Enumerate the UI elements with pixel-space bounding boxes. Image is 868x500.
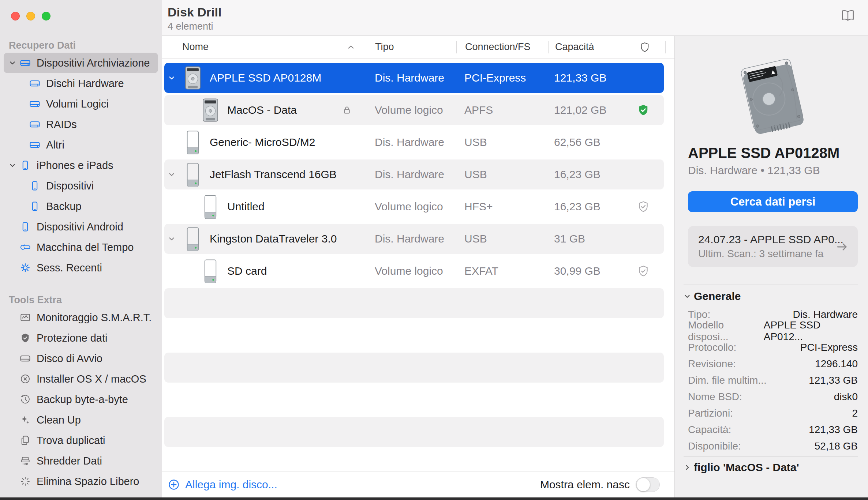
shield-check-outline-icon bbox=[637, 265, 650, 277]
detail-value: disk0 bbox=[834, 391, 858, 403]
detail-label: Dim. file multim... bbox=[688, 375, 767, 386]
sidebar-item-sess-recenti[interactable]: Sess. Recenti bbox=[4, 257, 158, 278]
table-row-untitled[interactable]: Untitled Volume logico HFS+ 16,23 GB bbox=[164, 192, 664, 222]
sidebar-item-label: Disco di Avvio bbox=[37, 353, 102, 365]
cell-connection: APFS bbox=[456, 104, 547, 116]
toggle-knob bbox=[637, 478, 650, 491]
cell-type: Volume logico bbox=[366, 104, 456, 116]
column-header-nome[interactable]: Nome bbox=[162, 36, 366, 58]
section-header-tools-extra: Tools Extra bbox=[0, 293, 162, 307]
sidebar-item-protezione-dati[interactable]: Protezione dati bbox=[4, 328, 158, 348]
device-browser: Nome Tipo Connection/FS Capacità bbox=[162, 36, 674, 497]
external-drive-icon bbox=[29, 78, 40, 89]
chevron-right-icon bbox=[683, 463, 692, 472]
table-row-macos-data[interactable]: MacOS - Data Volume logico APFS 121,02 G… bbox=[164, 95, 664, 125]
device-name: SD card bbox=[227, 265, 267, 277]
sidebar-item-backup-byte-a-byte[interactable]: Backup byte-a-byte bbox=[4, 389, 158, 410]
general-section-header[interactable]: Generale bbox=[683, 290, 858, 302]
external-drive-icon bbox=[29, 139, 40, 150]
table-row-sd-card[interactable]: SD card Volume logico EXFAT 30,99 GB bbox=[164, 256, 664, 286]
sidebar-item-dispositivi-android[interactable]: Dispositivi Android bbox=[4, 217, 158, 237]
column-divider bbox=[665, 41, 666, 53]
smart-chart-icon bbox=[20, 312, 31, 323]
sidebar-item-backup[interactable]: Backup bbox=[4, 196, 158, 217]
table-row-jetflash[interactable]: JetFlash Transcend 16GB Dis. Hardware US… bbox=[164, 159, 664, 189]
sidebar-item-installer-osx-macos[interactable]: Installer OS X / macOS bbox=[4, 369, 158, 389]
usb-stick-icon bbox=[183, 130, 202, 154]
section-header-recupero-dati: Recupero Dati bbox=[0, 38, 162, 53]
arrow-right-icon bbox=[835, 240, 849, 254]
detail-value: PCI-Express bbox=[800, 342, 858, 353]
sidebar-item-dispositivi-archiviazione[interactable]: Dispositivi Archiviazione bbox=[4, 53, 158, 73]
attach-disk-image-button[interactable]: Allega img. disco... bbox=[168, 478, 277, 491]
column-header-capacita[interactable]: Capacità bbox=[549, 36, 624, 58]
sidebar-item-trova-duplicati[interactable]: Trova duplicati bbox=[4, 430, 158, 451]
detail-value: APPLE SSD AP012... bbox=[764, 319, 858, 343]
cell-type: Dis. Hardware bbox=[366, 72, 456, 84]
detail-value: 121,33 GB bbox=[809, 375, 858, 386]
sidebar-item-disco-di-avvio[interactable]: Disco di Avvio bbox=[4, 348, 158, 369]
show-hidden-toggle[interactable] bbox=[636, 477, 660, 492]
sort-asc-icon bbox=[346, 42, 356, 52]
table-row-generic-microsd[interactable]: Generic- MicroSD/M2 Dis. Hardware USB 62… bbox=[164, 127, 664, 157]
cell-type: Dis. Hardware bbox=[366, 233, 456, 245]
sidebar-item-dispositivi[interactable]: Dispositivi bbox=[4, 176, 158, 196]
last-scan-card[interactable]: 24.07.23 - APPLE SSD AP0... Ultim. Scan.… bbox=[688, 226, 858, 267]
chevron-down-icon[interactable] bbox=[167, 234, 176, 243]
gear-icon bbox=[20, 262, 31, 273]
hdd-icon bbox=[183, 66, 202, 90]
close-window-button[interactable] bbox=[11, 12, 20, 20]
sidebar-item-elimina-spazio-libero[interactable]: Elimina Spazio Libero bbox=[4, 471, 158, 492]
cell-capacity: 16,23 GB bbox=[547, 200, 623, 213]
detail-value: 2 bbox=[852, 407, 858, 419]
sidebar-item-label: Backup byte-a-byte bbox=[37, 394, 128, 406]
sidebar-item-iphones-e-ipads[interactable]: iPhones e iPads bbox=[4, 155, 158, 176]
page-title: Disk Drill bbox=[168, 0, 868, 19]
cell-name: MacOS - Data bbox=[164, 95, 366, 125]
circle-x-icon bbox=[20, 373, 31, 384]
sidebar-item-volumi-logici[interactable]: Volumi Logici bbox=[4, 94, 158, 114]
minimize-window-button[interactable] bbox=[26, 12, 35, 20]
sidebar-item-raids[interactable]: RAIDs bbox=[4, 114, 158, 135]
search-lost-data-button[interactable]: Cerca dati persi bbox=[688, 191, 858, 212]
detail-panel: APPLE SSD AP0128M Dis. Hardware • 121,33… bbox=[674, 36, 868, 497]
sidebar-item-clean-up[interactable]: Clean Up bbox=[4, 410, 158, 430]
column-label: Connection/FS bbox=[465, 41, 531, 53]
zoom-window-button[interactable] bbox=[42, 12, 50, 20]
help-book-button[interactable] bbox=[841, 9, 855, 24]
empty-row bbox=[164, 385, 664, 415]
cell-name: APPLE SSD AP0128M bbox=[164, 63, 366, 93]
chevron-down-icon[interactable] bbox=[8, 161, 17, 170]
column-header-connection-fs[interactable]: Connection/FS bbox=[457, 36, 548, 58]
sidebar-item-label: Macchina del Tempo bbox=[37, 241, 134, 253]
external-drive-icon bbox=[20, 57, 31, 68]
sidebar: Recupero Dati Dispositivi Archiviazione … bbox=[0, 0, 162, 497]
sidebar-item-altri[interactable]: Altri bbox=[4, 135, 158, 155]
lock-icon bbox=[342, 105, 352, 115]
cell-connection: PCI-Express bbox=[456, 72, 547, 84]
traffic-lights bbox=[11, 12, 50, 20]
column-label: Nome bbox=[182, 41, 209, 53]
external-drive-icon bbox=[29, 98, 40, 109]
chevron-down-icon[interactable] bbox=[8, 59, 17, 67]
table-row-apple-ssd[interactable]: APPLE SSD AP0128M Dis. Hardware PCI-Expr… bbox=[164, 63, 664, 93]
cell-capacity: 62,56 GB bbox=[547, 136, 623, 149]
detail-label: Modello disposi... bbox=[688, 319, 764, 343]
sidebar-item-shredder-dati[interactable]: Shredder Dati bbox=[4, 451, 158, 471]
table-row-kingston[interactable]: Kingston DataTraveler 3.0 Dis. Hardware … bbox=[164, 224, 664, 254]
chevron-down-icon[interactable] bbox=[167, 74, 176, 82]
main-area: Disk Drill 4 elementi Nome Tipo bbox=[162, 0, 868, 497]
detail-label: Protocollo: bbox=[688, 342, 736, 353]
cell-capacity: 31 GB bbox=[547, 233, 623, 245]
sidebar-item-dischi-hardware[interactable]: Dischi Hardware bbox=[4, 73, 158, 94]
chevron-down-icon bbox=[683, 292, 692, 301]
sidebar-item-label: Shredder Dati bbox=[37, 455, 102, 467]
column-header-tipo[interactable]: Tipo bbox=[366, 36, 456, 58]
column-header-protection[interactable] bbox=[624, 36, 665, 58]
chevron-down-icon[interactable] bbox=[167, 170, 176, 179]
table-footer: Allega img. disco... Mostra elem. nasc bbox=[162, 471, 674, 497]
cell-shield bbox=[623, 200, 664, 213]
child-macos-data-section-header[interactable]: figlio 'MacOS - Data' bbox=[683, 461, 858, 474]
sidebar-item-macchina-del-tempo[interactable]: Macchina del Tempo bbox=[4, 237, 158, 257]
sidebar-item-monitoraggio-smart[interactable]: Monitoraggio S.M.A.R.T. bbox=[4, 307, 158, 328]
